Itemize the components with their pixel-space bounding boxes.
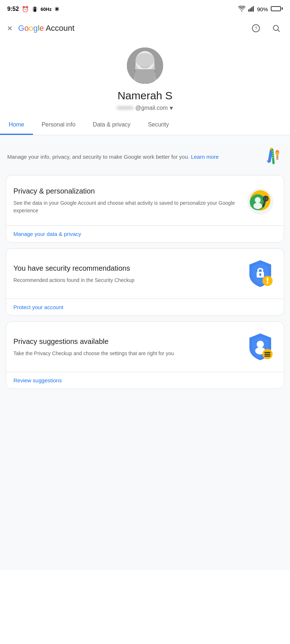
google-logo: Google bbox=[18, 24, 46, 33]
card-security-text: You have security recommendations Recomm… bbox=[13, 263, 244, 284]
svg-rect-0 bbox=[248, 9, 249, 12]
svg-rect-36 bbox=[267, 278, 268, 281]
status-left: 9:52 ⏰ 📳 60Hz ✳ bbox=[7, 6, 59, 13]
svg-point-45 bbox=[265, 354, 266, 355]
protect-account-link[interactable]: Protect your account bbox=[6, 299, 284, 315]
svg-rect-31 bbox=[265, 197, 267, 199]
alarm-icon: ⏰ bbox=[22, 6, 29, 13]
top-bar: × Google Account ? bbox=[0, 18, 290, 40]
main-content: Manage your info, privacy, and security … bbox=[0, 135, 290, 570]
profile-section: Namerah S •••••••• @gmail.com ▾ bbox=[0, 40, 290, 116]
status-bar: 9:52 ⏰ 📳 60Hz ✳ 90% bbox=[0, 0, 290, 18]
card-privacy-text: Privacy & personalization See the data i… bbox=[13, 186, 244, 215]
vibrate-icon: 📳 bbox=[32, 7, 38, 12]
card-suggestions-body: Privacy suggestions available Take the P… bbox=[6, 322, 284, 372]
learn-more-link[interactable]: Learn more bbox=[191, 154, 219, 160]
tab-data-privacy[interactable]: Data & privacy bbox=[84, 116, 139, 135]
tab-home[interactable]: Home bbox=[0, 116, 33, 135]
avatar bbox=[127, 47, 163, 84]
wifi-icon bbox=[238, 6, 245, 13]
nav-tabs: Home Personal info Data & privacy Securi… bbox=[0, 116, 290, 135]
card-security-recommendations: You have security recommendations Recomm… bbox=[6, 248, 284, 316]
status-right: 90% bbox=[238, 6, 283, 13]
email-dropdown-arrow[interactable]: ▾ bbox=[170, 104, 173, 112]
card-privacy-desc: See the data in your Google Account and … bbox=[13, 199, 238, 215]
card-privacy-title: Privacy & personalization bbox=[13, 186, 238, 196]
intro-section: Manage your info, privacy, and security … bbox=[6, 142, 284, 175]
svg-point-46 bbox=[265, 356, 266, 357]
privacy-suggestions-icon bbox=[244, 331, 277, 363]
battery-percent: 90% bbox=[257, 6, 268, 12]
card-security-body: You have security recommendations Recomm… bbox=[6, 249, 284, 299]
svg-line-7 bbox=[278, 30, 280, 32]
avatar-image bbox=[127, 47, 163, 84]
tab-security[interactable]: Security bbox=[139, 116, 178, 135]
svg-point-38 bbox=[257, 341, 264, 348]
svg-rect-3 bbox=[253, 6, 254, 12]
svg-rect-1 bbox=[250, 8, 251, 12]
svg-point-44 bbox=[265, 352, 266, 353]
profile-name: Namerah S bbox=[117, 90, 173, 102]
close-button[interactable]: × bbox=[7, 23, 12, 33]
battery-icon bbox=[271, 6, 283, 12]
google-logo-lockup: Google Account bbox=[18, 24, 74, 33]
help-button[interactable]: ? bbox=[249, 22, 262, 35]
email-domain: @gmail.com bbox=[135, 105, 167, 111]
search-button[interactable] bbox=[270, 22, 283, 35]
svg-point-27 bbox=[255, 197, 261, 203]
signal-icon bbox=[248, 6, 254, 13]
email-row: •••••••• @gmail.com ▾ bbox=[117, 104, 173, 112]
account-label: Account bbox=[46, 24, 75, 33]
tools-icon bbox=[261, 146, 283, 168]
manage-data-privacy-link[interactable]: Manage your data & privacy bbox=[6, 225, 284, 242]
svg-rect-23 bbox=[276, 155, 278, 160]
card-suggestions-desc: Take the Privacy Checkup and choose the … bbox=[13, 350, 238, 357]
fan-icon: ✳ bbox=[54, 6, 59, 13]
svg-text:?: ? bbox=[254, 26, 257, 31]
tab-personal-info[interactable]: Personal info bbox=[33, 116, 84, 135]
time-display: 9:52 bbox=[7, 6, 19, 12]
card-suggestions-title: Privacy suggestions available bbox=[13, 337, 238, 346]
security-recommendations-icon bbox=[244, 257, 277, 290]
svg-point-37 bbox=[267, 282, 269, 284]
top-bar-left: × Google Account bbox=[7, 23, 74, 33]
svg-point-28 bbox=[253, 203, 262, 209]
hz-icon: 60Hz bbox=[41, 7, 51, 12]
svg-rect-2 bbox=[251, 7, 252, 12]
svg-rect-34 bbox=[260, 274, 261, 276]
card-privacy-personalization: Privacy & personalization See the data i… bbox=[6, 175, 284, 242]
review-suggestions-link[interactable]: Review suggestions bbox=[6, 372, 284, 389]
card-security-desc: Recommended actions found in the Securit… bbox=[13, 277, 238, 284]
intro-text: Manage your info, privacy, and security … bbox=[7, 153, 261, 161]
card-suggestions-text: Privacy suggestions available Take the P… bbox=[13, 337, 244, 357]
privacy-personalization-icon bbox=[244, 184, 277, 217]
svg-point-22 bbox=[276, 151, 279, 155]
card-security-title: You have security recommendations bbox=[13, 263, 238, 273]
intro-description: Manage your info, privacy, and security … bbox=[7, 154, 189, 160]
email-blurred: •••••••• bbox=[117, 105, 133, 111]
card-privacy-body: Privacy & personalization See the data i… bbox=[6, 175, 284, 225]
card-privacy-suggestions: Privacy suggestions available Take the P… bbox=[6, 321, 284, 389]
top-bar-right: ? bbox=[249, 22, 283, 35]
